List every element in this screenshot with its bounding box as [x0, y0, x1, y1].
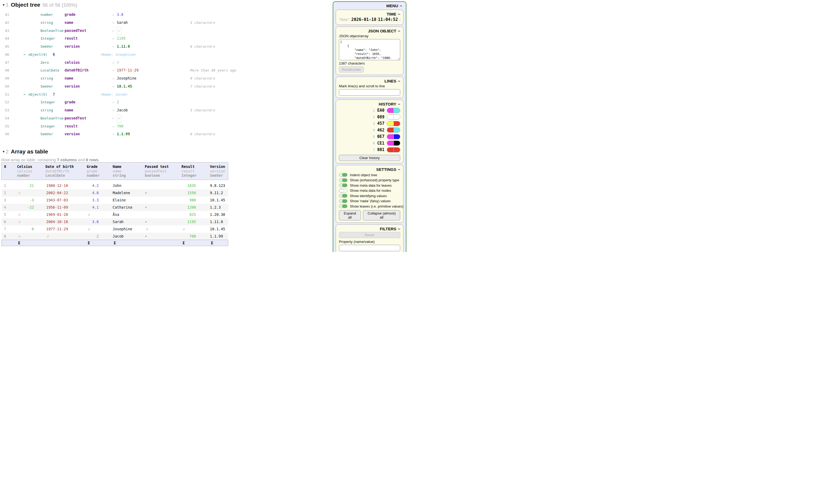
history-code[interactable]: 0E7: [377, 134, 384, 139]
cell-dateOfBirth: 2002-04-22: [46, 189, 87, 197]
pill-right-color: [394, 121, 400, 126]
collapse-section-icon[interactable]: −: [398, 167, 400, 172]
history-code[interactable]: EA0: [377, 108, 384, 113]
column-header-grade[interactable]: Grade: [87, 163, 113, 169]
cell-dateOfBirth: 2004-10-18: [46, 218, 87, 225]
property-type: Zero: [40, 59, 49, 67]
pill-left-color: [387, 141, 394, 145]
collapse-section-icon[interactable]: −: [398, 79, 400, 83]
node-label: object(5): [28, 91, 47, 99]
collapse-section-icon[interactable]: −: [398, 227, 400, 231]
history-color-pill[interactable]: [387, 108, 400, 113]
clear-history-button[interactable]: Clear history: [339, 155, 400, 161]
history-color-pill[interactable]: [387, 147, 400, 152]
column-header-dateOfBirth[interactable]: Date of birth: [46, 163, 87, 169]
sum-row: ΣΣΣΣΣ: [2, 240, 228, 246]
tree-row: 45SemVerversion=1.11.06 characters: [0, 43, 332, 51]
toggle-switch[interactable]: [339, 173, 347, 177]
property-value: Sarah: [117, 19, 128, 27]
toggle-switch[interactable]: [339, 178, 347, 182]
column-prop-name: celsius: [17, 169, 46, 173]
equals-sign: =: [112, 130, 114, 138]
cell-result: 1200: [182, 204, 210, 211]
toggle-switch[interactable]: [339, 183, 347, 187]
property-value: 0: [117, 59, 119, 67]
meta-info: 7 characters: [190, 82, 215, 91]
history-color-pill[interactable]: [387, 134, 400, 139]
pill-left-color: [387, 108, 394, 113]
history-color-pill[interactable]: [387, 121, 400, 126]
checked-checkbox[interactable]: ✓: [117, 27, 121, 35]
column-header-name[interactable]: Name: [113, 163, 145, 169]
property-name: passedTest: [65, 114, 86, 122]
cell-version: 9.8.123: [210, 182, 228, 189]
property-value: 1.1.99: [117, 130, 130, 138]
pill-right-color: [394, 115, 400, 119]
history-code[interactable]: 089: [377, 115, 384, 119]
tree-row: 51−object(5)[7]<Name: Jacob>: [0, 91, 332, 99]
expand-all-button[interactable]: Expand all: [339, 210, 361, 220]
toggle-switch[interactable]: [339, 189, 347, 193]
column-header-result[interactable]: Result: [182, 163, 210, 169]
collapse-section-icon[interactable]: −: [398, 29, 400, 33]
pill-left-color: [387, 121, 394, 126]
history-code[interactable]: 462: [377, 128, 384, 133]
settings-toggles: Indent object treeShow (enhanced) proper…: [339, 172, 400, 209]
history-item: 2089: [339, 114, 400, 121]
cell-result: 825: [182, 211, 210, 218]
toggle-knob: [339, 189, 344, 192]
history-code[interactable]: 801: [377, 147, 384, 152]
reset-filters-button[interactable]: Reset: [339, 232, 400, 238]
column-header-passedTest[interactable]: Passed test: [145, 163, 182, 169]
sum-sigma-celsius[interactable]: Σ: [17, 240, 46, 246]
sum-sigma-grade[interactable]: Σ: [87, 240, 113, 246]
history-code[interactable]: 457: [377, 121, 384, 126]
line-number: 53: [0, 106, 9, 114]
table-row: 8øø2Jacob✓7001.1.99: [2, 233, 228, 240]
recalculate-button[interactable]: Recalculate: [339, 66, 364, 73]
collapse-menu-icon[interactable]: −: [400, 3, 402, 8]
tree-row: 48LocalDatedateOfBirth=1977-11-29More th…: [0, 66, 332, 74]
history-color-pill[interactable]: [387, 114, 400, 119]
collapse-expander-icon[interactable]: −: [24, 51, 26, 59]
property-name: grade: [65, 11, 76, 19]
column-header-version[interactable]: Version: [210, 163, 228, 169]
toggle-switch[interactable]: [339, 199, 347, 203]
cell-grade: 3.3: [87, 197, 113, 204]
collapse-all-button[interactable]: Collapse (almost) all: [363, 210, 400, 220]
history-code[interactable]: CE1: [377, 141, 384, 146]
sum-sigma-name[interactable]: Σ: [113, 240, 145, 246]
settings-header: SETTINGS−: [339, 167, 400, 172]
section-index: 2: [6, 148, 9, 155]
cell-passedTest: ✓: [145, 204, 182, 211]
cell-version: 1.11.0: [210, 218, 228, 225]
table-description: Root array as table, containing 7 column…: [1, 157, 100, 162]
history-index: 7: [371, 148, 375, 152]
setting-row: Indent object tree: [339, 172, 400, 178]
toggle-switch[interactable]: [339, 194, 347, 198]
property-name: grade: [65, 98, 76, 106]
collapse-triangle-icon[interactable]: ▼: [2, 150, 5, 153]
property-filter-input[interactable]: [339, 245, 400, 251]
table-row-count: 8: [2, 163, 17, 169]
meta-info: 5 characters: [190, 106, 215, 114]
collapse-triangle-icon[interactable]: ▼: [2, 3, 5, 6]
column-type: number: [87, 173, 113, 180]
collapse-section-icon[interactable]: −: [398, 12, 400, 16]
collapse-expander-icon[interactable]: −: [24, 91, 26, 99]
history-color-pill[interactable]: [387, 127, 400, 133]
sum-sigma-version[interactable]: Σ: [210, 240, 228, 246]
history-color-pill[interactable]: [387, 141, 400, 146]
column-header-celsius[interactable]: Celsius: [17, 163, 46, 169]
sum-sigma-result[interactable]: Σ: [182, 240, 210, 246]
equals-sign: =: [112, 27, 114, 35]
json-input-textarea[interactable]: [ { "name": "John", "result": 1035, "dat…: [339, 39, 400, 60]
property-type: SemVer: [40, 43, 53, 51]
checked-checkbox[interactable]: ✓: [117, 114, 121, 123]
collapse-section-icon[interactable]: −: [398, 102, 400, 106]
tree-row: 54BooleanTruepassedTest=✓: [0, 114, 332, 122]
history-item: 1EA0: [339, 107, 400, 114]
mark-lines-input[interactable]: [339, 89, 400, 96]
property-value: 1195: [117, 35, 126, 43]
toggle-switch[interactable]: [339, 204, 347, 208]
